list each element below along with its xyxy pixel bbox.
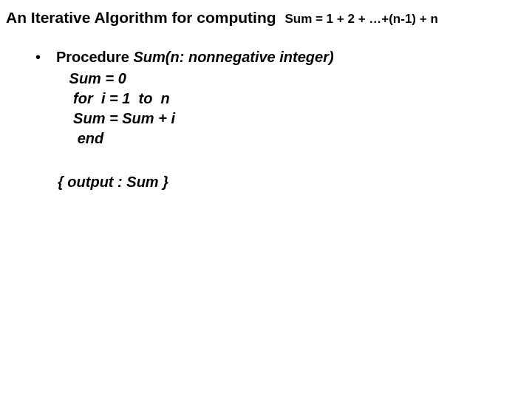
procedure-declaration: Procedure Sum(n: nonnegative integer) bbox=[56, 49, 334, 66]
bullet-dot-icon: • bbox=[35, 49, 56, 66]
slide-body: • Procedure Sum(n: nonnegative integer) … bbox=[35, 49, 526, 191]
procedure-keyword: Procedure bbox=[56, 49, 133, 65]
output-line: { output : Sum } bbox=[58, 174, 526, 191]
slide-title: An Iterative Algorithm for computing Sum… bbox=[6, 7, 526, 28]
procedure-signature: Sum(n: nonnegative integer) bbox=[133, 49, 333, 65]
code-line: for i = 1 to n bbox=[65, 89, 526, 109]
code-line: Sum = 0 bbox=[65, 69, 526, 89]
code-line: Sum = Sum + i bbox=[65, 109, 526, 129]
code-block: Sum = 0 for i = 1 to n Sum = Sum + i end bbox=[65, 69, 526, 149]
code-line: end bbox=[65, 129, 526, 149]
bullet-item: • Procedure Sum(n: nonnegative integer) bbox=[35, 49, 526, 66]
title-main: An Iterative Algorithm for computing bbox=[6, 9, 276, 26]
title-formula: Sum = 1 + 2 + …+(n-1) + n bbox=[284, 12, 437, 26]
